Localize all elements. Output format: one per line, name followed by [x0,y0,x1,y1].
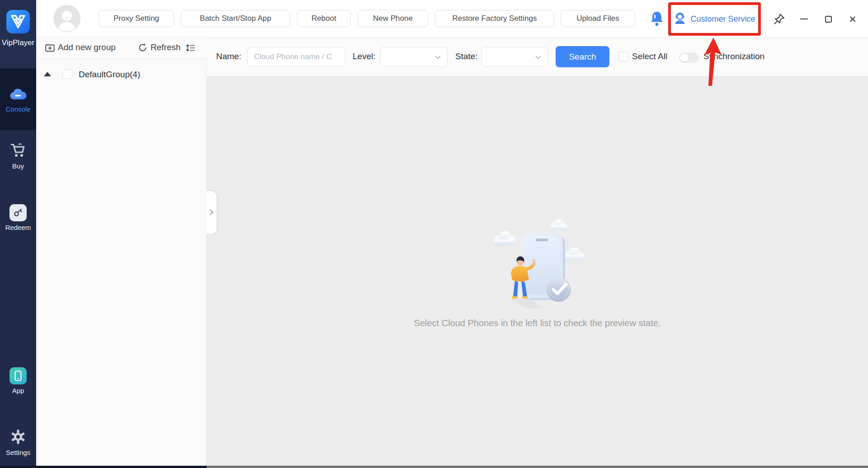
sidebar-item-label: Settings [0,449,36,456]
sidebar-item-console[interactable]: Console [0,86,36,113]
cart-icon [9,142,27,159]
bottom-edge-right [207,466,868,468]
sidebar-item-label: App [0,387,36,394]
sidebar-item-label: Buy [0,162,36,170]
chevron-down-icon [435,53,441,59]
refresh-button[interactable]: Refresh [138,42,181,52]
maximize-icon[interactable] [820,10,837,28]
sidebar-item-settings[interactable]: Settings [0,428,36,456]
folder-plus-icon [45,43,55,52]
add-new-group-label: Add new group [58,42,116,52]
app-title: VipPlayer [0,38,36,48]
reboot-button[interactable]: Reboot [297,10,351,27]
state-label: State: [455,51,478,61]
filter-toolbar: Name: Level: State: Search Select All Sy… [207,37,868,77]
user-avatar[interactable] [53,5,80,32]
level-select[interactable] [380,47,448,67]
chevron-right-icon [207,209,213,215]
empty-state-message: Select Cloud Phones in the left list to … [207,318,868,328]
search-button[interactable]: Search [556,46,609,67]
group-panel: Add new group Refresh DefaultGroup(4) [36,37,207,466]
restore-factory-settings-button[interactable]: Restore Factory Settings [435,10,554,27]
toggle-knob [680,53,689,62]
group-name: DefaultGroup(4) [79,70,140,80]
sidebar-item-redeem[interactable]: Redeem [0,204,36,231]
refresh-label: Refresh [151,42,181,52]
proxy-setting-button[interactable]: Proxy Setting [99,10,174,27]
sidebar-item-label: Redeem [0,224,36,231]
sidebar-item-app[interactable]: App [0,367,36,394]
batch-start-stop-app-button[interactable]: Batch Start/Stop App [181,10,290,27]
empty-state-illustration [485,219,589,313]
select-all-checkbox[interactable] [618,51,628,61]
sidebar-item-buy[interactable]: Buy [0,142,36,170]
vipplayer-window: VipPlayer Console [0,0,868,468]
name-label: Name: [216,51,241,61]
synchronization-toggle[interactable] [679,52,699,63]
close-icon[interactable]: ✕ [844,10,861,28]
group-row-defaultgroup[interactable]: DefaultGroup(4) [36,66,207,83]
select-all-label: Select All [632,51,667,61]
group-panel-header: Add new group Refresh [36,37,207,59]
refresh-icon [138,43,147,52]
new-phone-button[interactable]: New Phone [358,10,428,27]
vipplayer-logo-icon [6,10,30,33]
console-cloud-icon [9,86,27,103]
notification-bell-icon[interactable] [650,11,664,27]
redeem-key-icon [9,204,27,221]
sort-list-icon [185,43,195,52]
app-logo: VipPlayer [0,0,36,68]
customer-service-button-highlighted[interactable]: Customer Service [668,2,761,36]
sidebar-item-label: Console [0,105,36,113]
group-checkbox[interactable] [62,69,72,79]
cloud-phone-name-input[interactable] [247,47,345,67]
customer-service-icon [674,12,686,26]
sort-order-button[interactable] [185,43,195,52]
gear-icon [9,428,27,445]
panel-collapse-handle[interactable] [206,191,217,234]
minimize-icon[interactable] [795,10,812,28]
bottom-edge-left [0,466,207,468]
state-select[interactable] [481,47,548,67]
topbar: Proxy Setting Batch Start/Stop App Reboo… [36,0,868,37]
add-new-group-button[interactable]: Add new group [45,42,116,52]
upload-files-button[interactable]: Upload Files [561,10,635,27]
sidebar: VipPlayer Console [0,0,36,466]
collapse-triangle-icon[interactable] [44,72,51,76]
customer-service-label: Customer Service [690,14,755,24]
synchronization-label: Synchronization [703,51,764,61]
app-phone-icon [9,367,27,384]
chevron-down-icon [535,53,541,59]
check-badge [547,277,571,302]
pin-icon[interactable] [770,10,788,28]
level-label: Level: [353,51,376,61]
preview-area: Select Cloud Phones in the left list to … [207,77,868,466]
